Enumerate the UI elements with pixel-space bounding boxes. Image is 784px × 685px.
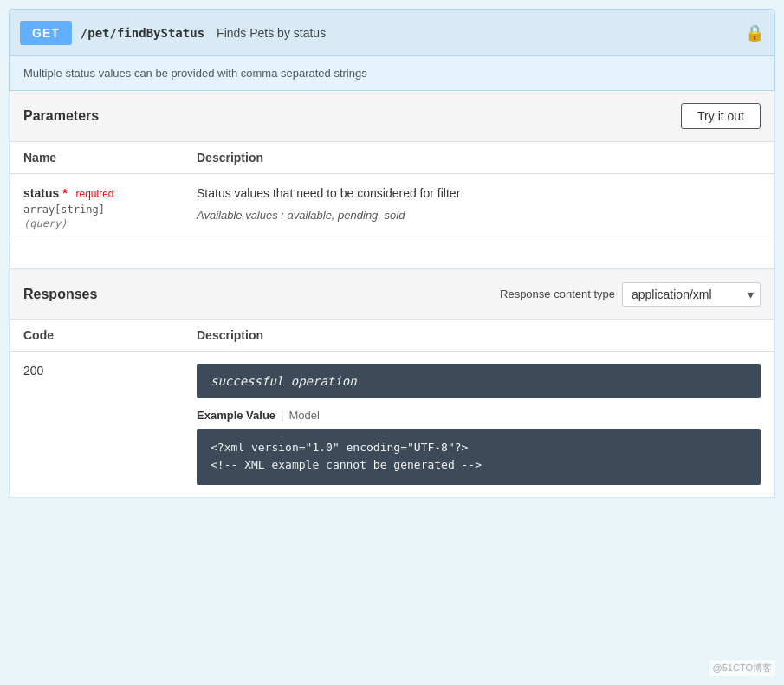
table-row: status * required array[string] (query) … <box>10 174 774 242</box>
param-desc-cell: Status values that need to be considered… <box>183 174 774 242</box>
content-type-select[interactable]: application/xml application/json <box>622 282 761 307</box>
example-xml-box: <?xml version="1.0" encoding="UTF-8"?> <… <box>197 429 761 486</box>
content-type-label: Response content type <box>500 288 615 300</box>
responses-section-header: Responses Response content type applicat… <box>10 270 774 320</box>
responses-table: Code Description 200 successful operatio… <box>10 320 774 498</box>
xml-line-1: <?xml version="1.0" encoding="UTF-8"?> <box>211 439 747 457</box>
response-code-cell: 200 <box>10 351 183 497</box>
param-spacer-row <box>10 242 774 268</box>
required-label: required <box>75 188 113 200</box>
endpoint-summary: Finds Pets by status <box>217 26 326 40</box>
responses-col-code: Code <box>10 320 183 352</box>
parameters-title: Parameters <box>23 108 99 124</box>
response-desc-cell: successful operation Example Value | Mod… <box>183 351 774 497</box>
try-it-out-button[interactable]: Try it out <box>681 103 761 129</box>
example-value-tabs: Example Value | Model <box>197 409 761 422</box>
param-available-values: Available values : available, pending, s… <box>197 209 761 222</box>
table-row: 200 successful operation Example Value |… <box>10 351 774 497</box>
example-value-tab[interactable]: Example Value <box>197 409 275 422</box>
param-name-text: status <box>23 186 59 200</box>
watermark: @51CTO博客 <box>709 660 775 676</box>
param-type: array[string] <box>23 204 169 216</box>
model-tab[interactable]: Model <box>288 409 319 422</box>
description-bar: Multiple status values can be provided w… <box>9 56 775 91</box>
params-col-header: Name Description <box>10 142 774 174</box>
content-type-select-wrapper[interactable]: application/xml application/json <box>622 282 761 307</box>
parameters-section-header: Parameters Try it out <box>10 91 774 142</box>
response-operation-text: successful operation <box>197 364 761 398</box>
responses-col-header: Code Description <box>10 320 774 352</box>
endpoint-path: /pet/findByStatus <box>81 26 204 40</box>
required-star: * <box>62 186 67 200</box>
params-col-name: Name <box>10 142 183 174</box>
param-location: (query) <box>23 217 169 229</box>
api-container: GET /pet/findByStatus Finds Pets by stat… <box>0 0 784 507</box>
responses-section: Responses Response content type applicat… <box>9 269 775 499</box>
params-col-description: Description <box>183 142 774 174</box>
tab-separator: | <box>281 409 283 422</box>
content-type-area: Response content type application/xml ap… <box>500 282 761 307</box>
parameters-table: Name Description status * required array… <box>10 142 774 268</box>
parameters-section: Parameters Try it out Name Description s… <box>9 91 775 269</box>
param-description: Status values that need to be considered… <box>197 186 761 200</box>
response-code: 200 <box>23 364 43 378</box>
param-name-cell: status * required array[string] (query) <box>10 174 183 242</box>
xml-line-2: <!-- XML example cannot be generated --> <box>211 456 747 475</box>
responses-col-description: Description <box>183 320 774 352</box>
responses-title: Responses <box>23 287 97 302</box>
param-name: status * required <box>23 186 114 200</box>
description-text: Multiple status values can be provided w… <box>23 67 367 80</box>
endpoint-header: GET /pet/findByStatus Finds Pets by stat… <box>9 9 775 56</box>
lock-icon: 🔒 <box>745 23 764 42</box>
method-badge: GET <box>20 21 72 45</box>
